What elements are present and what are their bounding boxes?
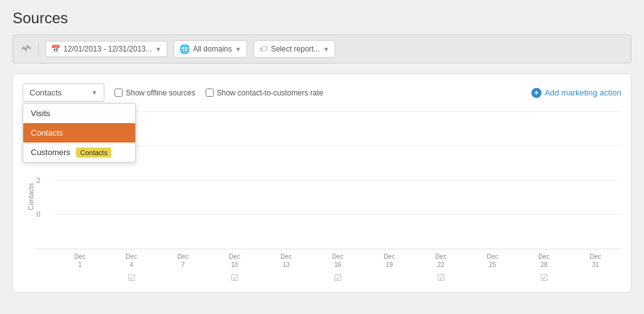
x-label-9: Dec28	[518, 252, 570, 269]
tag-icon: 🏷	[259, 44, 268, 54]
x-label-10: Dec31	[570, 252, 621, 269]
calendar-cell-6	[364, 273, 415, 283]
toolbar: 📅 12/01/2013 - 12/31/2013... ▼ 🌐 All dom…	[13, 35, 631, 63]
page-container: Sources 📅 12/01/2013 - 12/31/2013... ▼ 🌐…	[0, 0, 644, 314]
bars-container	[54, 111, 621, 249]
calendar-cell-4	[260, 273, 312, 283]
calendar-cell-1[interactable]: ☑	[106, 273, 157, 283]
y-tick-0: 0	[36, 210, 40, 218]
metric-dropdown-menu: Visits Contacts Customers Contacts	[23, 103, 136, 163]
x-label-1: Dec4	[106, 252, 157, 269]
offline-sources-checkbox-label[interactable]: Show offline sources	[114, 89, 196, 97]
calendar-cell-7[interactable]: ☑	[415, 273, 467, 283]
page-title: Sources	[13, 9, 631, 27]
controls-left: Contacts ▼ Visits Contacts Customers Con…	[23, 84, 323, 102]
domain-label: All domains	[193, 45, 232, 53]
dropdown-item-customers[interactable]: Customers Contacts	[23, 143, 135, 162]
contacts-tooltip-badge: Contacts	[76, 148, 111, 158]
date-range-dropdown[interactable]: 📅 12/01/2013 - 12/31/2013... ▼	[45, 41, 167, 57]
controls-row: Contacts ▼ Visits Contacts Customers Con…	[23, 84, 621, 102]
metric-dropdown-wrapper: Contacts ▼ Visits Contacts Customers Con…	[23, 84, 104, 102]
calendar-row: ☑☑☑☑☑	[35, 273, 621, 283]
content-area: Contacts ▼ Visits Contacts Customers Con…	[13, 73, 631, 293]
calendar-icon-7[interactable]: ☑	[437, 273, 445, 283]
x-label-7: Dec22	[415, 252, 467, 269]
metric-dropdown[interactable]: Contacts ▼	[23, 84, 104, 102]
calendar-cell-2	[157, 273, 209, 283]
x-label-8: Dec25	[467, 252, 518, 269]
activity-icon[interactable]	[21, 43, 32, 55]
calendar-cell-0	[54, 273, 106, 283]
calendar-cell-5[interactable]: ☑	[312, 273, 364, 283]
offline-sources-checkbox[interactable]	[114, 89, 123, 97]
calendar-icon-1[interactable]: ☑	[128, 273, 136, 283]
rate-label: Show contact-to-customers rate	[217, 89, 323, 97]
add-action-label: Add marketing action	[545, 88, 621, 97]
x-label-4: Dec13	[260, 252, 312, 269]
dropdown-item-visits[interactable]: Visits	[23, 104, 135, 123]
x-label-0: Dec1	[54, 252, 106, 269]
x-label-2: Dec7	[157, 252, 209, 269]
date-chevron-icon: ▼	[155, 46, 162, 53]
report-label: Select report...	[271, 45, 320, 53]
calendar-cell-10	[570, 273, 621, 283]
x-label-6: Dec19	[364, 252, 415, 269]
calendar-icon-5[interactable]: ☑	[334, 273, 342, 283]
report-chevron-icon: ▼	[323, 46, 330, 53]
offline-sources-label: Show offline sources	[126, 89, 196, 97]
report-dropdown[interactable]: 🏷 Select report... ▼	[253, 40, 335, 58]
calendar-cell-8	[467, 273, 518, 283]
calendar-icon-3[interactable]: ☑	[231, 273, 239, 283]
plus-icon: +	[531, 88, 541, 98]
metric-label: Contacts	[30, 88, 62, 97]
y-tick-2: 2	[36, 176, 40, 184]
x-label-3: Dec10	[209, 252, 260, 269]
calendar-icon-9[interactable]: ☑	[540, 273, 548, 283]
toolbar-divider-1	[38, 43, 39, 55]
x-label-5: Dec16	[312, 252, 364, 269]
date-range-label: 12/01/2013 - 12/31/2013...	[64, 45, 152, 53]
globe-icon: 🌐	[179, 44, 190, 54]
domain-chevron-icon: ▼	[235, 46, 242, 53]
calendar-icon: 📅	[51, 45, 60, 53]
metric-chevron-icon: ▼	[91, 89, 97, 96]
domain-dropdown[interactable]: 🌐 All domains ▼	[174, 40, 247, 58]
calendar-cell-3[interactable]: ☑	[209, 273, 260, 283]
rate-checkbox-label[interactable]: Show contact-to-customers rate	[206, 89, 323, 97]
dropdown-item-contacts[interactable]: Contacts	[23, 123, 135, 143]
x-axis: Dec1Dec4Dec7Dec10Dec13Dec16Dec19Dec22Dec…	[35, 252, 621, 269]
rate-checkbox[interactable]	[206, 89, 214, 97]
calendar-cell-9[interactable]: ☑	[518, 273, 570, 283]
add-marketing-action-button[interactable]: + Add marketing action	[531, 88, 621, 98]
